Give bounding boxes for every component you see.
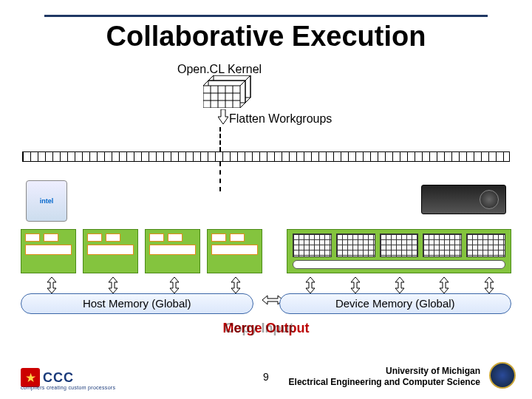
- affiliation-line2: Electrical Engineering and Computer Scie…: [289, 377, 480, 387]
- university-seal-icon: [489, 362, 516, 389]
- dashed-connector-2: [219, 162, 221, 191]
- slide-title: Collaborative Execution: [0, 21, 532, 52]
- gpu-sm: [466, 233, 505, 257]
- cpu-core: [21, 229, 76, 273]
- kernel-grid-icon: [203, 75, 255, 108]
- bi-arrow-icon: [205, 277, 266, 295]
- memory-arrows-row: [21, 277, 511, 295]
- gpu-sm: [380, 233, 419, 257]
- device-memory-box: Device Memory (Global): [279, 293, 512, 314]
- bi-arrow-icon: [332, 277, 377, 295]
- slide-root: Collaborative Execution Open.CL Kernel F…: [0, 0, 532, 399]
- cpu-vendor-label: intel: [40, 197, 54, 205]
- bi-arrow-icon: [378, 277, 422, 295]
- ccc-logo-text: CCC: [43, 370, 74, 386]
- gpu-shared-bar: [293, 260, 505, 269]
- svg-rect-2: [203, 86, 240, 108]
- footer: ★ CCC compilers creating custom processo…: [0, 359, 532, 389]
- cpu-core: [145, 229, 200, 273]
- title-rule: [44, 15, 488, 17]
- cpu-core: [207, 229, 262, 273]
- host-memory-box: Host Memory (Global): [21, 293, 253, 314]
- gpu-sm-block: [287, 229, 511, 273]
- affiliation: University of Michigan Electrical Engine…: [289, 366, 480, 387]
- gpu-sm: [423, 233, 462, 257]
- cpu-core: [83, 229, 138, 273]
- gpu-sm: [293, 233, 332, 257]
- down-arrow-icon: [218, 109, 228, 129]
- affiliation-line1: University of Michigan: [289, 366, 480, 376]
- bi-arrow-icon: [422, 277, 466, 295]
- memory-row: Host Memory (Global) Device Memory (Glob…: [21, 293, 511, 316]
- gpu-sm: [336, 233, 375, 257]
- bi-arrow-icon: [467, 277, 511, 295]
- page-number: 9: [263, 371, 269, 383]
- dashed-connector-1: [219, 127, 221, 151]
- gpu-fan-icon: [480, 190, 499, 209]
- copy-input-shadow: Copy Input: [225, 321, 294, 336]
- host-cores: [21, 229, 265, 273]
- gpu-card-icon: [421, 185, 506, 214]
- merge-output-label: Copy Input Merge Output: [0, 321, 532, 336]
- execution-units-row: [21, 229, 511, 273]
- flatten-label: Flatten Workgroups: [229, 112, 332, 126]
- kernel-label: Open.CL Kernel: [177, 63, 262, 76]
- flattened-workgroups-strip: [22, 151, 510, 162]
- ccc-logo-subtext: compilers creating custom processors: [21, 385, 115, 390]
- bi-arrow-icon: [82, 277, 143, 295]
- bi-arrow-icon: [288, 277, 332, 295]
- cpu-chip-icon: intel: [26, 180, 67, 222]
- bi-arrow-icon: [143, 277, 205, 295]
- bi-arrow-icon: [21, 277, 82, 295]
